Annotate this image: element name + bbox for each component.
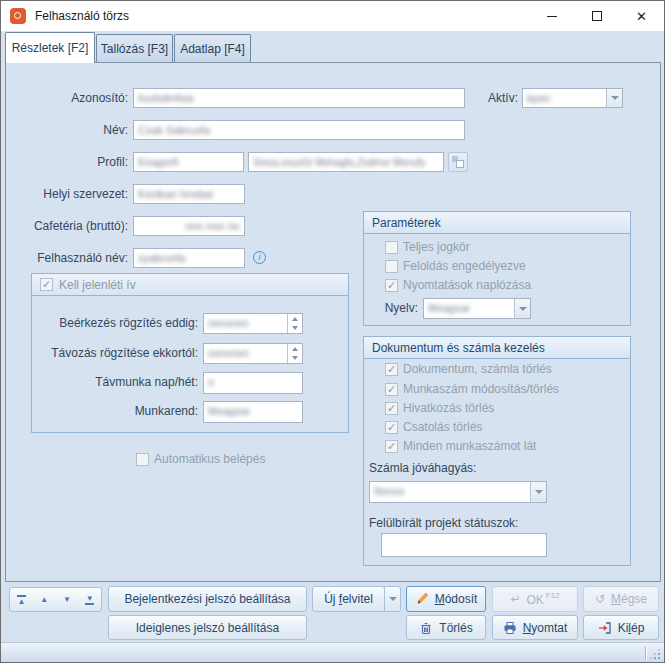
cafeteria-label: Cafetéria (bruttó): bbox=[11, 219, 128, 233]
uj-felvitel-dropdown-button[interactable] bbox=[384, 586, 401, 612]
checkbox-nyomtatasok[interactable]: Nyomtatások naplózása bbox=[385, 278, 531, 292]
azonosito-label: Azonosító: bbox=[11, 91, 128, 105]
checkbox-box-icon bbox=[385, 383, 398, 396]
checkbox-box-icon bbox=[136, 453, 149, 466]
nav-last-icon: ▼ bbox=[86, 595, 94, 602]
bejelentkezesi-jelszo-button[interactable]: Bejelentkezési jelszó beállítása bbox=[108, 586, 307, 612]
checkbox-box-icon bbox=[385, 260, 398, 273]
tavozas-label: Távozás rögzítése ekkortól: bbox=[35, 346, 198, 360]
aktiv-combobox[interactable]: kpxn bbox=[522, 88, 623, 108]
megse-button: ↺ Mégse bbox=[583, 586, 659, 612]
nav-first-button[interactable]: ▲ bbox=[10, 588, 33, 611]
maximize-button[interactable] bbox=[574, 1, 619, 31]
felulbiralt-label: Felülbírált projekt státuszok: bbox=[369, 516, 569, 530]
nav-next-button[interactable]: ▼ bbox=[56, 588, 79, 611]
checkbox-box-icon bbox=[385, 402, 398, 415]
beerkezes-label: Beérkezés rögzítés eddig: bbox=[35, 316, 198, 330]
aktiv-dropdown-arrow-icon[interactable] bbox=[606, 89, 622, 107]
automatikus-belepes-checkbox[interactable]: Automatikus belépés bbox=[136, 452, 265, 466]
aktiv-label: Aktív: bbox=[471, 91, 518, 105]
checkbox-hivatkozas[interactable]: Hivatkozás törlés bbox=[385, 401, 494, 415]
resize-grip[interactable] bbox=[648, 647, 660, 659]
nav-prev-icon: ▲ bbox=[40, 596, 48, 603]
nav-first-icon: ▲ bbox=[17, 598, 25, 605]
app-icon bbox=[10, 8, 26, 24]
profil-label: Profil: bbox=[11, 155, 128, 169]
window: Felhasználó törzs ✕ Részletek [F2] Talló… bbox=[0, 0, 665, 663]
uj-felvitel-button[interactable]: Új felvitel bbox=[312, 586, 385, 612]
nyelv-label: Nyelv: bbox=[371, 301, 418, 315]
nav-last-button[interactable]: ▼ bbox=[78, 588, 101, 611]
munkarend-input[interactable]: Mxagxar bbox=[203, 401, 303, 423]
beerkezes-spinner-input[interactable]: nxnxnxn bbox=[203, 313, 303, 334]
info-icon[interactable]: i bbox=[253, 251, 266, 264]
profil-picker-button[interactable] bbox=[448, 152, 468, 172]
checkbox-box-icon bbox=[385, 241, 398, 254]
checkbox-box-icon bbox=[385, 421, 398, 434]
pencil-icon bbox=[415, 592, 429, 606]
helyi-szervezet-input[interactable]: Kxnlkan hnxbal bbox=[133, 184, 245, 204]
titlebar: Felhasználó törzs ✕ bbox=[1, 1, 664, 31]
printer-icon bbox=[503, 621, 517, 635]
checkbox-box-icon bbox=[385, 279, 398, 292]
tavozas-spinner-input[interactable]: nxnxnxn bbox=[203, 343, 303, 364]
profil-input[interactable]: Enagxrfi bbox=[133, 152, 244, 172]
record-nav-group: ▲ ▲ ▼ ▼ bbox=[9, 587, 102, 612]
szamla-jovahagyas-combobox[interactable]: Nxnxs bbox=[369, 481, 547, 503]
group-parameterek-header: Paraméterek bbox=[364, 212, 630, 234]
close-button[interactable]: ✕ bbox=[619, 1, 664, 31]
beerkezes-spin-buttons[interactable] bbox=[287, 314, 302, 333]
nav-next-icon: ▼ bbox=[63, 596, 71, 603]
tab-reszletek[interactable]: Részletek [F2] bbox=[5, 32, 95, 63]
group-parameterek-title: Paraméterek bbox=[372, 216, 441, 230]
munkarend-label: Munkarend: bbox=[35, 404, 198, 418]
checkbox-csatolas[interactable]: Csatolás törlés bbox=[385, 420, 482, 434]
nev-label: Név: bbox=[11, 123, 128, 137]
felhasznalo-nev-input[interactable]: syabrxefa bbox=[133, 248, 245, 268]
undo-arrow-icon: ↺ bbox=[595, 592, 605, 606]
checkbox-box-icon bbox=[385, 440, 398, 453]
tab-adatlap[interactable]: Adatlap [F4] bbox=[174, 34, 251, 62]
tavozas-spin-buttons[interactable] bbox=[287, 344, 302, 363]
checkbox-box-icon bbox=[385, 363, 398, 376]
checkbox-munkaszam[interactable]: Munkaszám módosítás/törlés bbox=[385, 382, 559, 396]
torles-button[interactable]: Törlés bbox=[406, 615, 486, 640]
minimize-button[interactable] bbox=[529, 1, 574, 31]
checkbox-minden-munkaszam[interactable]: Minden munkaszámot lát bbox=[385, 439, 536, 453]
nev-input[interactable]: Cxak Sabruxfa bbox=[133, 120, 465, 140]
nyelv-dropdown-arrow-icon[interactable] bbox=[514, 299, 530, 318]
tavmunka-input[interactable]: n bbox=[203, 372, 303, 394]
trash-icon bbox=[419, 621, 433, 635]
close-icon: ✕ bbox=[636, 10, 647, 23]
modosit-button[interactable]: Módosít bbox=[406, 586, 486, 612]
tavmunka-label: Távmunka nap/hét: bbox=[35, 375, 198, 389]
window-title: Felhasználó törzs bbox=[35, 9, 129, 23]
ideiglenes-jelszo-button[interactable]: Ideiglenes jelszó beállítása bbox=[108, 615, 307, 640]
checkbox-teljes-jogkor[interactable]: Teljes jogkör bbox=[385, 240, 470, 254]
tab-tallozas[interactable]: Tallózás [F3] bbox=[96, 34, 173, 62]
helyi-szervezet-label: Helyi szervezet: bbox=[11, 187, 128, 201]
ok-button: ↵ OKF12 bbox=[492, 586, 578, 612]
kilep-button[interactable]: Kilép bbox=[583, 615, 659, 640]
nyelv-combobox[interactable]: Mxagxar bbox=[423, 298, 531, 319]
szamla-dropdown-arrow-icon[interactable] bbox=[530, 482, 546, 502]
checkbox-feloldas[interactable]: Feloldás engedélyezve bbox=[385, 259, 526, 273]
group-kell-jelenleti-title: Kell jelenléti ív bbox=[59, 278, 136, 292]
szamla-jovahagyas-label: Számla jóváhagyás: bbox=[369, 461, 529, 475]
profil-description-field: Smxa.sxuxGr Mxhagfa,Zxdmxr Mxnufy bbox=[248, 152, 444, 172]
cafeteria-input[interactable]: nnn nnn nn bbox=[133, 216, 245, 236]
checkbox-dokumentum-torles[interactable]: Dokumentum, számla törlés bbox=[385, 362, 552, 376]
statusbar-separator bbox=[645, 646, 646, 660]
exit-icon bbox=[598, 621, 612, 635]
minimize-icon bbox=[547, 16, 557, 17]
group-dokumentum-header: Dokumentum és számla kezelés bbox=[364, 337, 630, 359]
felhasznalo-nev-label: Felhasználó név: bbox=[11, 251, 128, 265]
nav-prev-button[interactable]: ▲ bbox=[33, 588, 56, 611]
group-kell-jelenleti-header: Kell jelenléti ív bbox=[32, 274, 348, 296]
azonosito-input[interactable]: hszbdmfxia bbox=[133, 88, 465, 108]
felulbiralt-input[interactable] bbox=[381, 533, 547, 557]
enter-arrow-icon: ↵ bbox=[510, 592, 520, 606]
nyomtat-button[interactable]: Nyomtat bbox=[492, 615, 578, 640]
kell-jelenleti-checkbox[interactable] bbox=[40, 278, 53, 291]
status-bar bbox=[1, 642, 664, 662]
